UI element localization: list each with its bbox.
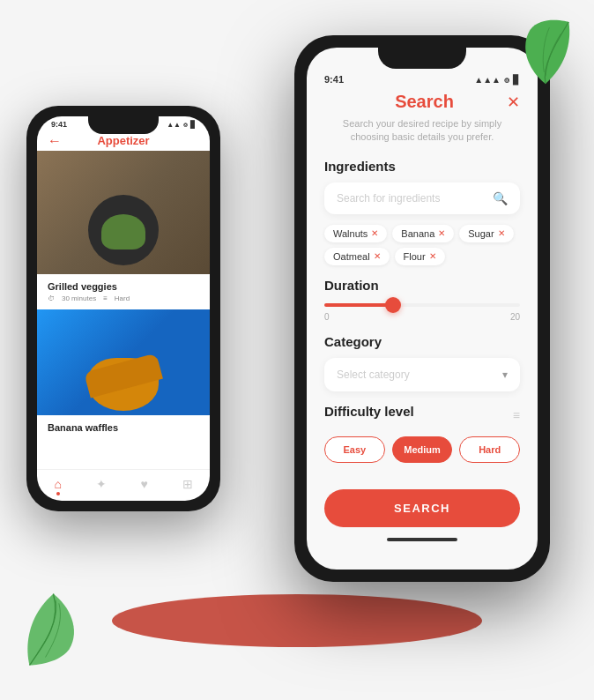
slider-labels: 0 20 xyxy=(324,312,520,322)
home-indicator xyxy=(387,538,457,541)
phone-back: 9:41 ▲▲ ⌾ ▊ ← Appetizer Grilled vegg xyxy=(26,106,220,511)
difficulty-header: Difficulty level ≡ xyxy=(324,404,520,428)
category-section: Category Select category ▾ xyxy=(324,334,520,391)
search-screen: Search ✕ Search your desired recipe by s… xyxy=(307,92,538,559)
category-dropdown[interactable]: Select category ▾ xyxy=(324,358,520,391)
food-card-1[interactable]: Grilled veggies ⏱ 30 minutes ≡ Hard xyxy=(37,274,210,309)
duration-label: Duration xyxy=(324,278,520,293)
search-icon: 🔍 xyxy=(493,191,508,205)
difficulty-section: Difficulty level ≡ Easy Medium Hard xyxy=(324,404,520,463)
home-icon: ⌂ xyxy=(54,477,61,491)
status-icons-front: ▲▲▲ ⌾ ▊ xyxy=(474,75,520,85)
food-name-2: Banana waffles xyxy=(48,422,199,433)
dropdown-arrow-icon: ▾ xyxy=(502,369,508,381)
bottom-nav-back: ⌂ ✦ ♥ ⊞ xyxy=(37,469,210,501)
phone-front-screen: 9:41 ▲▲▲ ⌾ ▊ Search ✕ Search your xyxy=(307,48,538,570)
difficulty-buttons: Easy Medium Hard xyxy=(324,436,520,463)
phones-wrapper: 9:41 ▲▲ ⌾ ▊ ← Appetizer Grilled vegg xyxy=(0,0,594,700)
slider-track xyxy=(324,303,520,307)
leaf-top-right xyxy=(515,18,576,88)
tag-sugar[interactable]: Sugar ✕ xyxy=(459,225,513,242)
difficulty-label: Difficulty level xyxy=(324,404,414,419)
back-arrow-icon[interactable]: ← xyxy=(48,133,62,149)
ingredients-section: Ingredients Search for ingredients 🔍 Wal… xyxy=(324,159,520,265)
nav-home[interactable]: ⌂ xyxy=(54,477,61,495)
duration-section: Duration 0 20 xyxy=(324,278,520,322)
search-button[interactable]: SEARCH xyxy=(324,489,520,527)
phone-back-screen: 9:41 ▲▲ ⌾ ▊ ← Appetizer Grilled vegg xyxy=(37,116,210,501)
difficulty-easy[interactable]: Easy xyxy=(324,436,385,463)
time-front: 9:41 xyxy=(324,74,344,85)
time-back: 9:41 xyxy=(51,120,67,129)
phone-front: 9:41 ▲▲▲ ⌾ ▊ Search ✕ Search your xyxy=(294,35,550,582)
ingredient-tags: Walnuts ✕ Banana ✕ Sugar ✕ xyxy=(324,225,520,242)
slider-max: 20 xyxy=(510,312,520,322)
food-card-2[interactable]: Banana waffles xyxy=(37,415,210,443)
tag-remove-banana[interactable]: ✕ xyxy=(438,228,445,238)
nav-recipes[interactable]: ✦ xyxy=(96,477,107,495)
tag-remove-walnuts[interactable]: ✕ xyxy=(371,228,378,238)
food-greens xyxy=(101,214,145,249)
category-placeholder: Select category xyxy=(337,369,410,381)
cart-icon: ⊞ xyxy=(182,477,193,491)
duration-slider[interactable] xyxy=(324,303,520,307)
ingredient-tags-row2: Oatmeal ✕ Flour ✕ xyxy=(324,248,520,265)
slider-fill xyxy=(324,303,393,307)
tag-oatmeal[interactable]: Oatmeal ✕ xyxy=(324,248,390,265)
tag-remove-flour[interactable]: ✕ xyxy=(429,251,436,261)
phone-back-notch xyxy=(88,116,159,134)
tag-walnuts[interactable]: Walnuts ✕ xyxy=(324,225,387,242)
tag-banana[interactable]: Banana ✕ xyxy=(392,225,454,242)
food-image-2 xyxy=(37,309,210,415)
favorites-icon: ♥ xyxy=(140,477,147,491)
scroll-container[interactable]: 9:41 ▲▲▲ ⌾ ▊ Search ✕ Search your xyxy=(307,48,538,570)
nav-favorites[interactable]: ♥ xyxy=(140,477,147,495)
status-icons-back: ▲▲ ⌾ ▊ xyxy=(167,121,196,129)
slider-thumb[interactable] xyxy=(385,297,401,313)
leaf-bottom-left xyxy=(18,585,97,674)
phone-front-notch xyxy=(378,48,466,69)
background-blob xyxy=(112,594,482,647)
ingredients-placeholder: Search for ingredients xyxy=(337,192,493,205)
search-header: Search ✕ xyxy=(324,92,520,112)
food-image-1 xyxy=(37,151,210,274)
recipes-icon: ✦ xyxy=(96,477,107,491)
search-title: Search xyxy=(395,92,454,112)
ingredients-search-box[interactable]: Search for ingredients 🔍 xyxy=(324,182,520,214)
tag-remove-oatmeal[interactable]: ✕ xyxy=(374,251,381,261)
close-button[interactable]: ✕ xyxy=(507,93,520,112)
food-name-1: Grilled veggies xyxy=(48,281,199,292)
back-phone-title: Appetizer xyxy=(97,134,149,147)
nav-indicator xyxy=(56,492,60,495)
food-meta-1: ⏱ 30 minutes ≡ Hard xyxy=(48,294,199,302)
difficulty-medium[interactable]: Medium xyxy=(392,436,453,463)
search-subtitle: Search your desired recipe by simply cho… xyxy=(324,117,520,145)
nav-cart[interactable]: ⊞ xyxy=(182,477,193,495)
tag-flour[interactable]: Flour ✕ xyxy=(395,248,445,265)
ingredients-label: Ingredients xyxy=(324,159,520,174)
difficulty-hard[interactable]: Hard xyxy=(459,436,520,463)
slider-min: 0 xyxy=(324,312,330,322)
tag-remove-sugar[interactable]: ✕ xyxy=(498,228,505,238)
category-label: Category xyxy=(324,334,520,349)
menu-icon: ≡ xyxy=(513,408,520,422)
